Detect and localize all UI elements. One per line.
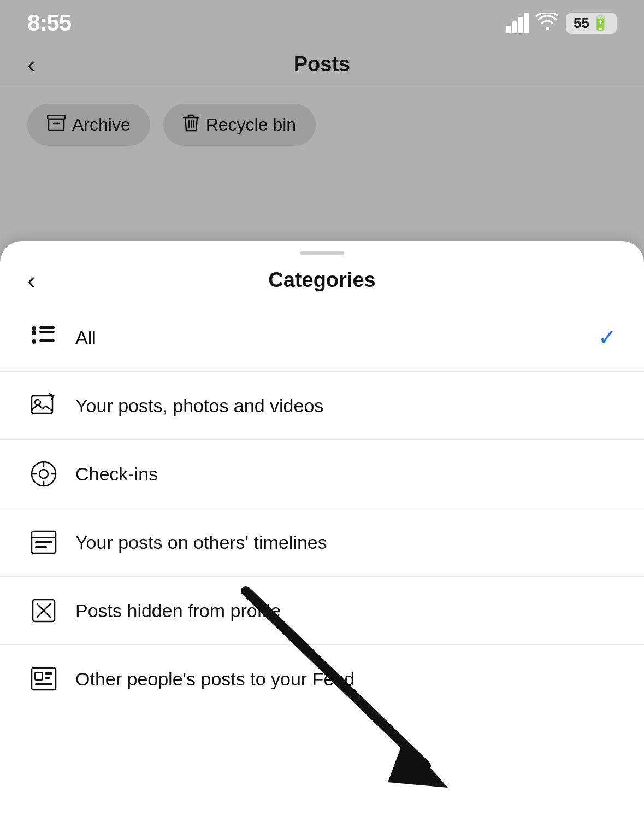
category-other-people-label: Other people's posts to your Feed [75, 669, 355, 690]
svg-rect-3 [39, 331, 55, 333]
archive-button[interactable]: Archive [27, 104, 150, 146]
other-posts-icon [27, 662, 60, 695]
category-checkins-label: Check-ins [75, 464, 158, 485]
page-title: Posts [294, 52, 350, 76]
signal-icon [506, 13, 529, 33]
list-item[interactable]: Your posts on others' timelines [0, 508, 644, 577]
posts-hidden-icon [27, 594, 60, 627]
category-list: All ✓ Your posts, photos and videos [0, 303, 644, 713]
all-icon [27, 321, 60, 354]
top-nav: ‹ Posts [0, 42, 644, 87]
back-button-top[interactable]: ‹ [27, 51, 36, 78]
svg-point-5 [32, 326, 36, 331]
svg-marker-27 [388, 738, 448, 788]
status-time: 8:55 [27, 10, 71, 36]
sheet-nav: ‹ Categories [0, 255, 644, 303]
category-hidden-label: Posts hidden from profile [75, 600, 281, 621]
filter-bar: Archive Recycle bin [0, 87, 644, 162]
category-posts-label: Your posts, photos and videos [75, 395, 323, 417]
archive-icon [47, 115, 66, 135]
category-all-label: All [75, 327, 96, 348]
svg-rect-23 [35, 672, 43, 680]
status-bar: 8:55 55 🔋 [0, 0, 644, 42]
category-others-timelines-label: Your posts on others' timelines [75, 532, 327, 553]
wifi-icon [536, 13, 558, 34]
svg-rect-6 [39, 326, 55, 329]
bottom-sheet: ‹ Categories All ✓ [0, 241, 644, 815]
svg-rect-26 [35, 683, 52, 685]
recycle-bin-icon [183, 114, 199, 136]
recycle-bin-label: Recycle bin [206, 115, 296, 135]
back-button-sheet[interactable]: ‹ [27, 267, 36, 294]
drag-handle[interactable] [300, 251, 344, 255]
status-icons: 55 🔋 [506, 13, 617, 34]
battery-level: 55 [574, 15, 589, 32]
list-item[interactable]: Check-ins [0, 440, 644, 508]
posts-photos-icon [27, 389, 60, 422]
check-ins-icon [27, 458, 60, 490]
svg-rect-7 [32, 396, 52, 413]
list-item[interactable]: Other people's posts to your Feed [0, 645, 644, 713]
battery-icon: 55 🔋 [566, 13, 617, 34]
svg-point-2 [32, 339, 36, 344]
list-item[interactable]: All ✓ [0, 303, 644, 372]
svg-rect-25 [45, 677, 50, 679]
svg-point-1 [32, 331, 36, 335]
svg-rect-18 [35, 546, 47, 548]
svg-rect-4 [39, 339, 55, 342]
posts-others-icon [27, 526, 60, 559]
svg-point-10 [39, 470, 48, 478]
sheet-title: Categories [268, 268, 375, 292]
list-item[interactable]: Your posts, photos and videos [0, 372, 644, 440]
archive-label: Archive [72, 115, 131, 135]
svg-rect-24 [45, 672, 52, 675]
svg-rect-17 [35, 541, 52, 543]
recycle-bin-button[interactable]: Recycle bin [163, 104, 316, 146]
check-icon: ✓ [598, 325, 617, 350]
list-item[interactable]: Posts hidden from profile [0, 577, 644, 645]
